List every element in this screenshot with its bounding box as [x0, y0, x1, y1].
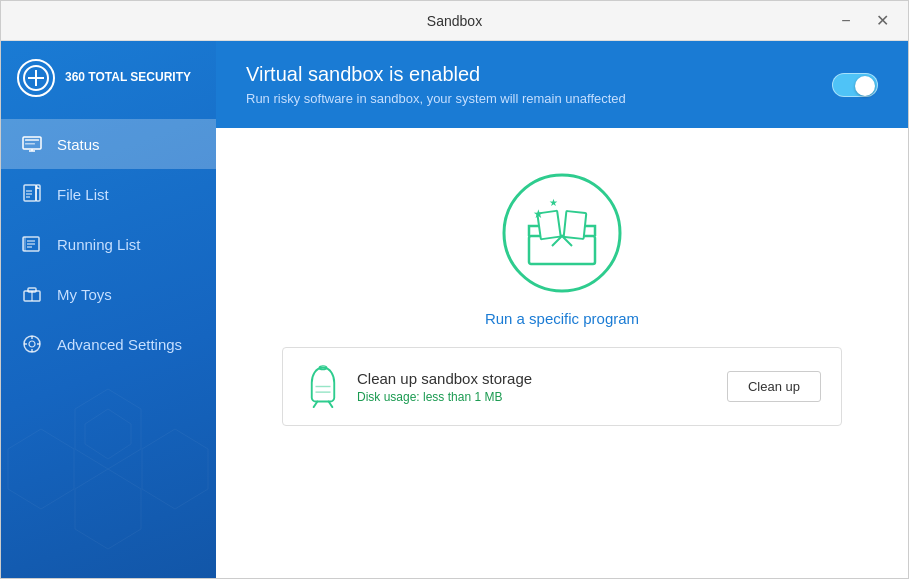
svg-marker-29: [8, 429, 74, 509]
sidebar-label-running-list: Running List: [57, 236, 140, 253]
sandbox-run-icon: ★ ★: [497, 168, 627, 298]
header-subtitle: Run risky software in sandbox, your syst…: [246, 91, 816, 106]
nav-items: Status File List: [1, 119, 216, 369]
svg-text:★: ★: [549, 197, 558, 208]
cleanup-subtitle: Disk usage: less than 1 MB: [357, 390, 713, 404]
file-list-icon: [21, 183, 43, 205]
svg-text:★: ★: [533, 207, 544, 221]
main-area: 360 TOTAL SECURITY Status: [1, 41, 908, 578]
logo-circle: [17, 59, 55, 97]
content-body: ★ ★ Run a specific program: [216, 128, 908, 578]
window-title: Sandbox: [427, 13, 482, 29]
header-text-area: Virtual sandbox is enabled Run risky sof…: [246, 63, 816, 106]
logo-area: 360 TOTAL SECURITY: [1, 41, 216, 119]
advanced-settings-icon: [21, 333, 43, 355]
app-name: 360 TOTAL SECURITY: [65, 70, 191, 86]
sandbox-toggle[interactable]: [832, 73, 878, 97]
sidebar-item-status[interactable]: Status: [1, 119, 216, 169]
cleanup-box: Clean up sandbox storage Disk usage: les…: [282, 347, 842, 426]
svg-point-22: [29, 341, 35, 347]
sidebar-pattern: [1, 369, 216, 578]
svg-rect-5: [25, 143, 35, 145]
logo-icon: [22, 64, 50, 92]
svg-point-32: [504, 175, 620, 291]
svg-rect-17: [23, 237, 26, 251]
sidebar-label-file-list: File List: [57, 186, 109, 203]
sandbox-icon-area[interactable]: ★ ★ Run a specific program: [485, 168, 639, 327]
sidebar: 360 TOTAL SECURITY Status: [1, 41, 216, 578]
sidebar-label-status: Status: [57, 136, 100, 153]
status-icon: [21, 133, 43, 155]
cleanup-text-area: Clean up sandbox storage Disk usage: les…: [357, 370, 713, 404]
title-bar-controls: − ✕: [832, 7, 896, 35]
header-title: Virtual sandbox is enabled: [246, 63, 816, 86]
svg-marker-28: [85, 409, 131, 459]
svg-rect-33: [529, 236, 595, 264]
svg-marker-31: [75, 469, 141, 549]
minimize-button[interactable]: −: [832, 7, 860, 35]
toggle-track: [832, 73, 878, 97]
run-program-label[interactable]: Run a specific program: [485, 310, 639, 327]
svg-rect-35: [564, 211, 587, 239]
cleanup-button[interactable]: Clean up: [727, 371, 821, 402]
sidebar-label-my-toys: My Toys: [57, 286, 112, 303]
svg-rect-4: [25, 139, 39, 141]
cleanup-icon: [303, 364, 343, 409]
toggle-knob: [855, 76, 875, 96]
sidebar-item-file-list[interactable]: File List: [1, 169, 216, 219]
cleanup-title: Clean up sandbox storage: [357, 370, 713, 387]
title-bar: Sandbox − ✕: [1, 1, 908, 41]
running-list-icon: [21, 233, 43, 255]
sidebar-item-my-toys[interactable]: My Toys: [1, 269, 216, 319]
content-header: Virtual sandbox is enabled Run risky sof…: [216, 41, 908, 128]
my-toys-icon: [21, 283, 43, 305]
app-window: Sandbox − ✕ 360 TOTAL SECURITY: [0, 0, 909, 579]
sidebar-label-advanced-settings: Advanced Settings: [57, 336, 182, 353]
content-area: Virtual sandbox is enabled Run risky sof…: [216, 41, 908, 578]
sidebar-item-running-list[interactable]: Running List: [1, 219, 216, 269]
close-button[interactable]: ✕: [868, 7, 896, 35]
sidebar-item-advanced-settings[interactable]: Advanced Settings: [1, 319, 216, 369]
svg-rect-8: [24, 185, 36, 201]
svg-marker-30: [142, 429, 208, 509]
